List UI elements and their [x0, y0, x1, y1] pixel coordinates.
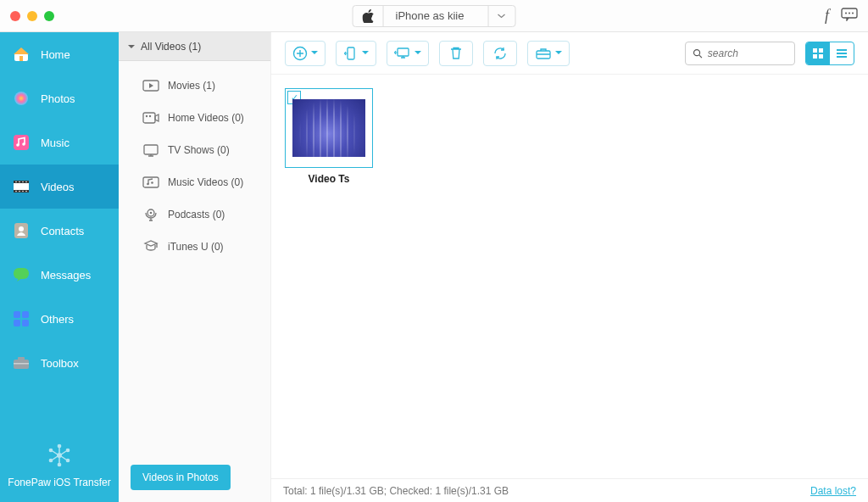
- device-dropdown-icon[interactable]: [487, 6, 515, 26]
- list-view-button[interactable]: [830, 42, 854, 64]
- svg-line-41: [53, 456, 58, 460]
- main-sidebar: HomePhotosMusicVideosContactsMessagesOth…: [0, 32, 119, 502]
- collapse-icon: [127, 42, 136, 51]
- svg-rect-65: [837, 53, 847, 54]
- category-item[interactable]: iTunes U (0): [119, 231, 270, 263]
- category-icon: [142, 206, 159, 223]
- brand-footer: FonePaw iOS Transfer: [0, 441, 119, 502]
- svg-point-50: [147, 183, 149, 186]
- sidebar-item-others[interactable]: Others: [0, 297, 119, 341]
- messages-icon: [12, 265, 31, 284]
- titlebar: iPhone as kiie f: [0, 0, 868, 32]
- zoom-window-button[interactable]: [44, 11, 54, 21]
- status-bar: Total: 1 file(s)/1.31 GB; Checked: 1 fil…: [271, 478, 868, 502]
- toolbox-button[interactable]: [527, 41, 570, 66]
- svg-rect-63: [819, 54, 823, 59]
- close-window-button[interactable]: [10, 11, 20, 21]
- svg-point-18: [19, 191, 20, 192]
- svg-point-22: [19, 226, 24, 231]
- svg-rect-23: [14, 268, 29, 279]
- svg-line-43: [61, 456, 66, 460]
- svg-point-58: [694, 49, 700, 55]
- svg-rect-24: [14, 311, 20, 318]
- category-item[interactable]: Movies (1): [119, 70, 270, 102]
- category-item[interactable]: Music Videos (0): [119, 166, 270, 198]
- videos-in-photos-button[interactable]: Videos in Photos: [131, 465, 231, 490]
- plus-circle-icon: [292, 46, 308, 61]
- category-item-label: Home Videos (0): [168, 112, 244, 124]
- thumbnail-image: [292, 99, 365, 157]
- category-item[interactable]: Podcasts (0): [119, 198, 270, 231]
- svg-rect-45: [143, 113, 155, 123]
- svg-point-36: [49, 449, 52, 451]
- sidebar-item-messages[interactable]: Messages: [0, 253, 119, 297]
- category-item-label: Movies (1): [168, 80, 215, 92]
- category-icon: [142, 77, 159, 94]
- feedback-icon[interactable]: [841, 8, 858, 24]
- video-thumbnail[interactable]: ✓Video Ts: [285, 88, 373, 185]
- videos-icon: [12, 177, 31, 196]
- sidebar-item-photos[interactable]: Photos: [0, 76, 119, 120]
- svg-rect-25: [22, 311, 29, 318]
- sidebar-item-label: Photos: [41, 92, 75, 105]
- add-button[interactable]: [285, 41, 326, 66]
- svg-point-31: [58, 454, 61, 457]
- svg-rect-30: [14, 363, 29, 365]
- svg-point-17: [15, 191, 17, 192]
- svg-point-38: [66, 449, 69, 451]
- svg-rect-5: [19, 56, 23, 61]
- svg-line-37: [53, 451, 58, 455]
- svg-rect-62: [813, 54, 817, 59]
- export-to-device-button[interactable]: [336, 41, 376, 66]
- device-name: iPhone as kiie: [384, 9, 488, 22]
- svg-rect-48: [144, 145, 158, 154]
- sidebar-item-label: Messages: [41, 269, 91, 282]
- facebook-icon[interactable]: f: [825, 7, 829, 25]
- svg-point-8: [16, 143, 19, 147]
- svg-point-3: [852, 13, 854, 14]
- svg-point-14: [19, 181, 20, 183]
- category-header[interactable]: All Videos (1): [119, 32, 270, 61]
- delete-button[interactable]: [439, 41, 473, 66]
- search-box[interactable]: [685, 42, 795, 65]
- category-column: All Videos (1) Movies (1)Home Videos (0)…: [119, 32, 271, 502]
- chevron-down-icon: [362, 49, 369, 58]
- contacts-icon: [12, 221, 31, 240]
- chevron-down-icon: [415, 49, 421, 58]
- sidebar-item-toolbox[interactable]: Toolbox: [0, 341, 119, 385]
- svg-point-16: [25, 181, 27, 183]
- data-lost-link[interactable]: Data lost?: [810, 485, 856, 497]
- grid-view-button[interactable]: [806, 42, 830, 64]
- sidebar-item-home[interactable]: Home: [0, 32, 119, 76]
- svg-point-47: [149, 115, 151, 117]
- apple-logo-icon: [353, 6, 384, 26]
- sidebar-item-music[interactable]: Music: [0, 120, 119, 165]
- sidebar-item-label: Videos: [41, 181, 75, 193]
- main-area: ✓Video Ts Total: 1 file(s)/1.31 GB; Chec…: [271, 32, 868, 502]
- svg-point-13: [15, 181, 17, 183]
- brand-label: FonePaw iOS Transfer: [8, 477, 110, 488]
- refresh-icon: [492, 46, 508, 61]
- category-item[interactable]: TV Shows (0): [119, 134, 270, 166]
- sidebar-item-contacts[interactable]: Contacts: [0, 209, 119, 253]
- svg-point-20: [25, 191, 27, 192]
- search-input[interactable]: [708, 47, 787, 59]
- svg-point-19: [22, 191, 24, 192]
- brand-logo-icon: [45, 441, 74, 470]
- content-grid: ✓Video Ts: [271, 75, 868, 478]
- svg-point-2: [849, 13, 850, 14]
- minimize-window-button[interactable]: [27, 11, 37, 21]
- export-to-pc-button[interactable]: [387, 41, 429, 66]
- sidebar-item-videos[interactable]: Videos: [0, 165, 119, 209]
- svg-point-42: [66, 459, 69, 461]
- refresh-button[interactable]: [483, 41, 517, 66]
- trash-icon: [449, 46, 463, 61]
- svg-point-40: [49, 459, 52, 461]
- briefcase-icon: [535, 47, 552, 60]
- category-icon: [142, 174, 159, 191]
- svg-rect-7: [14, 135, 29, 150]
- category-item-label: Podcasts (0): [168, 209, 225, 220]
- category-item[interactable]: Home Videos (0): [119, 102, 270, 134]
- svg-point-34: [58, 463, 60, 466]
- device-picker[interactable]: iPhone as kiie: [353, 5, 516, 27]
